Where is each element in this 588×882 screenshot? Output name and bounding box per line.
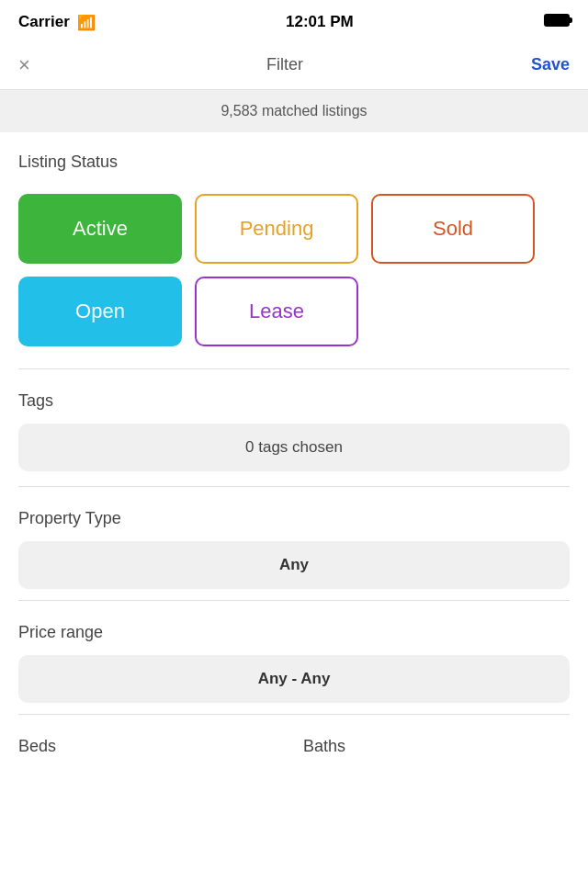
lease-status-button[interactable]: Lease [195, 277, 358, 346]
time-display: 12:01 PM [286, 13, 354, 31]
baths-label: Baths [303, 737, 570, 756]
baths-column: Baths [303, 737, 570, 756]
beds-baths-section: Beds Baths [0, 718, 588, 763]
property-type-section: Property Type Any [0, 491, 588, 596]
listing-status-label: Listing Status [18, 153, 570, 172]
sold-status-button[interactable]: Sold [371, 194, 535, 264]
carrier-label: Carrier [18, 13, 70, 31]
battery-icon [544, 14, 570, 30]
save-button[interactable]: Save [514, 55, 570, 74]
tags-button[interactable]: 0 tags chosen [18, 424, 570, 471]
open-status-button[interactable]: Open [18, 277, 182, 346]
property-type-button[interactable]: Any [18, 541, 570, 589]
nav-bar: × Filter Save [0, 40, 588, 90]
status-bar: Carrier 📶 12:01 PM [0, 0, 588, 40]
divider-2 [18, 486, 570, 487]
beds-label: Beds [18, 737, 285, 756]
pending-status-button[interactable]: Pending [195, 194, 358, 264]
carrier-info: Carrier 📶 [18, 13, 96, 31]
nav-title: Filter [266, 55, 303, 74]
tags-label: Tags [18, 391, 570, 411]
beds-column: Beds [18, 737, 285, 756]
wifi-icon: 📶 [77, 14, 96, 31]
property-type-label: Property Type [18, 509, 570, 528]
price-range-section: Price range Any - Any [0, 605, 588, 710]
price-range-label: Price range [18, 623, 570, 642]
divider-1 [18, 368, 570, 369]
close-button[interactable]: × [18, 53, 55, 77]
tags-section: Tags 0 tags chosen [0, 373, 588, 482]
divider-4 [18, 714, 570, 715]
listing-status-section: Listing Status [0, 132, 588, 194]
price-range-button[interactable]: Any - Any [18, 655, 570, 703]
matched-listings-banner: 9,583 matched listings [0, 90, 588, 132]
active-status-button[interactable]: Active [18, 194, 182, 264]
status-buttons-container: Active Pending Sold Open Lease [0, 194, 588, 365]
divider-3 [18, 600, 570, 601]
